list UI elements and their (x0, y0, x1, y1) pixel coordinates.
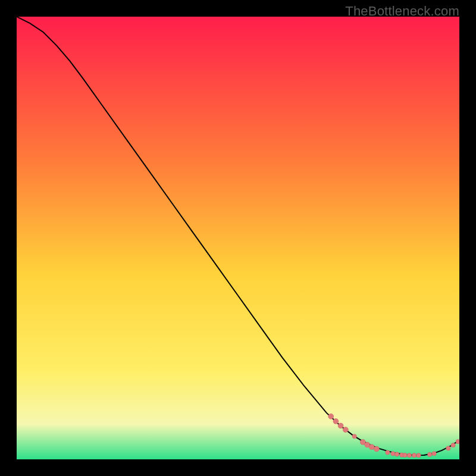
stage: TheBottleneck.com (0, 0, 476, 476)
curve-marker (412, 453, 416, 458)
curve-marker (338, 423, 343, 428)
curve-marker (407, 453, 411, 458)
curve-marker (446, 446, 450, 450)
gradient-background (17, 17, 459, 459)
curve-marker (352, 434, 356, 439)
chart-svg (17, 17, 459, 459)
curve-marker (328, 414, 334, 419)
curve-marker (416, 453, 421, 458)
curve-marker (386, 450, 390, 455)
curve-marker (456, 440, 459, 444)
curve-marker (403, 453, 407, 457)
curve-marker (427, 452, 431, 456)
curve-marker (374, 446, 379, 452)
curve-marker (394, 452, 399, 456)
chart-area (17, 17, 459, 459)
curve-marker (343, 427, 348, 433)
curve-marker (333, 419, 339, 424)
curve-marker (432, 452, 436, 456)
curve-marker (451, 443, 455, 447)
curve-marker (391, 452, 395, 456)
curve-marker (369, 444, 374, 450)
